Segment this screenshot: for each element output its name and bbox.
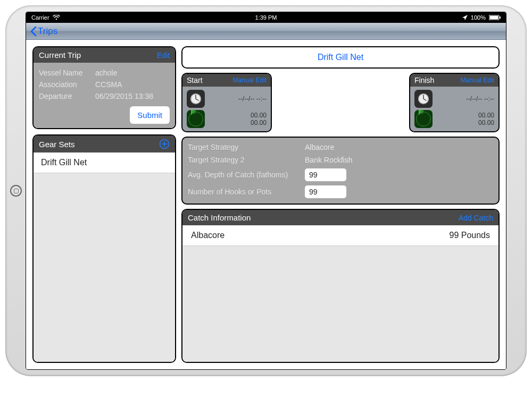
finish-datetime: --/--/-- --:-- (466, 95, 494, 103)
right-column: Drift Gill Net Start Manual Edit (181, 46, 500, 363)
target-strategy-row[interactable]: Target Strategy Albacore (188, 141, 493, 154)
finish-manual-edit[interactable]: Manual Edit (461, 77, 494, 84)
home-button[interactable] (10, 185, 22, 197)
radar-icon[interactable] (414, 110, 433, 128)
edit-button[interactable]: Edit (157, 51, 170, 60)
finish-lat: 00.00 (478, 112, 494, 119)
vessel-value: achole (95, 69, 117, 77)
avg-depth-label: Avg. Depth of Catch (fathoms) (188, 171, 305, 179)
svg-rect-2 (500, 16, 501, 19)
catch-species: Albacore (191, 231, 225, 240)
start-manual-edit[interactable]: Manual Edit (233, 77, 267, 84)
finish-title: Finish (414, 76, 434, 84)
gear-sets-list: Drift Gill Net (34, 153, 175, 362)
start-panel: Start Manual Edit --/--/-- --:-- (181, 73, 272, 132)
status-bar: Carrier 1:39 PM 100% (26, 12, 506, 23)
add-catch-button[interactable]: Add Catch (459, 214, 493, 222)
start-title: Start (187, 76, 203, 84)
hooks-row: Number of Hooks or Pots (188, 183, 493, 200)
avg-depth-input[interactable] (305, 168, 346, 181)
departure-label: Departure (39, 92, 95, 100)
left-column: Current Trip Edit Vessel Name achole Ass… (32, 46, 176, 363)
gear-set-item[interactable]: Drift Gill Net (34, 153, 175, 173)
start-finish-row: Start Manual Edit --/--/-- --:-- (181, 73, 500, 132)
catch-info-panel: Catch Information Add Catch Albacore 99 … (181, 209, 500, 363)
catch-info-header: Catch Information Add Catch (182, 210, 498, 225)
back-label: Trips (38, 26, 57, 37)
catch-list: Albacore 99 Pounds (182, 225, 498, 362)
battery-icon (489, 15, 501, 20)
vessel-row: Vessel Name achole (39, 67, 170, 79)
nav-bar: Trips (26, 23, 506, 40)
finish-lon: 00.00 (478, 119, 494, 126)
back-button[interactable]: Trips (29, 26, 57, 37)
screen: Carrier 1:39 PM 100% Trips (26, 12, 506, 370)
svg-rect-1 (490, 16, 498, 20)
submit-button[interactable]: Submit (130, 106, 170, 124)
gear-sets-panel: Gear Sets Drift Gill Net (32, 134, 176, 363)
vessel-label: Vessel Name (39, 69, 95, 77)
current-trip-title: Current Trip (39, 50, 81, 60)
departure-value: 06/29/2015 13:38 (95, 92, 153, 100)
finish-panel: Finish Manual Edit --/--/-- --:-- (409, 73, 500, 132)
carrier-text: Carrier (31, 14, 49, 21)
start-datetime: --/--/-- --:-- (238, 95, 267, 103)
gear-sets-title: Gear Sets (39, 140, 75, 149)
hooks-input[interactable] (305, 185, 346, 198)
status-time: 1:39 PM (26, 14, 506, 21)
association-value: CCSMA (95, 80, 122, 89)
target-strategy2-value: Bank Rockfish (305, 156, 352, 164)
start-lon: 00.00 (251, 119, 267, 126)
current-trip-header: Current Trip Edit (34, 47, 175, 63)
radar-icon[interactable] (187, 110, 205, 128)
gear-sets-header: Gear Sets (34, 135, 175, 153)
catch-amount: 99 Pounds (449, 231, 490, 240)
gear-type-button[interactable]: Drift Gill Net (181, 46, 500, 69)
target-strategy2-row[interactable]: Target Strategy 2 Bank Rockfish (188, 154, 493, 166)
ipad-frame: Carrier 1:39 PM 100% Trips (5, 5, 527, 376)
strategy-panel: Target Strategy Albacore Target Strategy… (181, 137, 500, 205)
start-lat: 00.00 (251, 112, 267, 119)
clock-icon[interactable] (187, 90, 205, 108)
catch-info-title: Catch Information (188, 213, 251, 222)
target-strategy-value: Albacore (305, 143, 334, 151)
wifi-icon (53, 15, 60, 20)
battery-text: 100% (471, 14, 486, 21)
hooks-label: Number of Hooks or Pots (188, 188, 305, 196)
target-strategy-label: Target Strategy (188, 143, 305, 151)
target-strategy2-label: Target Strategy 2 (188, 156, 305, 164)
current-trip-panel: Current Trip Edit Vessel Name achole Ass… (32, 46, 176, 129)
add-gear-set-button[interactable] (159, 139, 170, 149)
departure-row: Departure 06/29/2015 13:38 (39, 90, 170, 102)
content: Current Trip Edit Vessel Name achole Ass… (26, 40, 506, 369)
association-row: Association CCSMA (39, 79, 170, 90)
avg-depth-row: Avg. Depth of Catch (fathoms) (188, 166, 493, 183)
clock-icon[interactable] (414, 90, 433, 108)
association-label: Association (39, 80, 95, 89)
location-icon (462, 15, 468, 20)
catch-row[interactable]: Albacore 99 Pounds (182, 225, 498, 246)
